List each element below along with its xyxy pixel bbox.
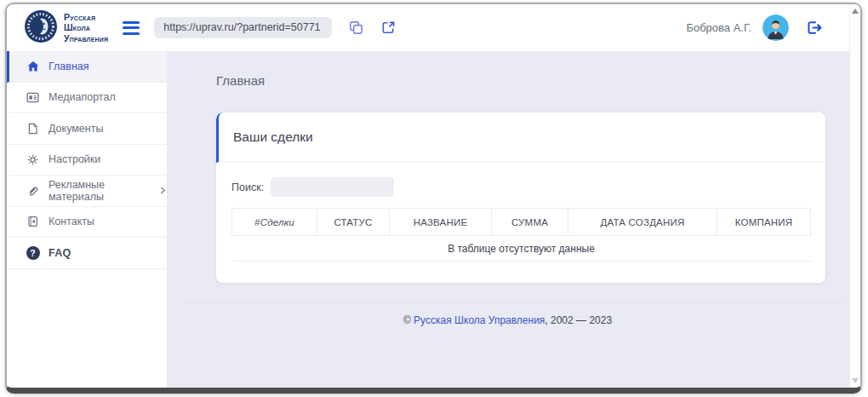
sidebar-item-label: Настройки: [49, 153, 100, 165]
vertical-scrollbar[interactable]: [849, 4, 860, 388]
top-header: Русская Школа Управления https://uprav.r…: [7, 4, 860, 51]
sidebar: Главная Медиапортал: [7, 51, 167, 388]
home-icon: [26, 59, 40, 73]
column-header-company: КОМПАНИЯ: [717, 209, 811, 236]
sidebar-item-label: Медиапортал: [49, 91, 116, 103]
sidebar-item-home[interactable]: Главная: [7, 51, 167, 83]
logo[interactable]: Русская Школа Управления: [24, 9, 108, 47]
scroll-up-icon[interactable]: [852, 9, 859, 14]
table-empty-message: В таблице отсутствуют данные: [232, 236, 811, 262]
copy-icon[interactable]: [348, 20, 364, 36]
user-name: Боброва А.Г.: [686, 21, 751, 34]
media-card-icon: [26, 90, 40, 105]
question-circle-icon: ?: [26, 245, 40, 260]
column-header-deal-id: #Сделки: [232, 209, 317, 236]
page-footer: © Русская Школа Управления, 2002 — 2023: [167, 314, 848, 326]
search-input[interactable]: [271, 177, 394, 197]
deals-card: Ваши сделки Поиск: #Сделки СТАТУС: [216, 112, 825, 283]
document-icon: [26, 121, 40, 135]
copyright-prefix: ©: [403, 314, 414, 326]
column-header-name: НАЗВАНИЕ: [390, 209, 492, 236]
footer-link[interactable]: Русская Школа Управления: [414, 314, 545, 326]
scroll-down-icon[interactable]: [852, 378, 859, 383]
sidebar-item-faq[interactable]: ? FAQ: [7, 238, 167, 269]
sidebar-item-settings[interactable]: Настройки: [7, 145, 167, 176]
user-avatar[interactable]: [762, 14, 789, 41]
gear-icon: [26, 152, 40, 167]
deals-card-title: Ваши сделки: [233, 129, 313, 144]
footer-divider: [182, 302, 845, 303]
sidebar-item-label: Главная: [49, 60, 89, 72]
app-window: Русская Школа Управления https://uprav.r…: [5, 3, 862, 394]
sidebar-item-label: Документы: [49, 123, 103, 135]
screenshot-stage: Русская Школа Управления https://uprav.r…: [0, 0, 868, 397]
logo-emblem-icon: [24, 9, 58, 47]
chevron-right-icon: [159, 187, 167, 194]
main-content: Главная Ваши сделки Поиск:: [167, 51, 860, 388]
sidebar-item-label: FAQ: [49, 247, 71, 259]
contact-book-icon: [26, 215, 40, 229]
paperclip-icon: [26, 183, 40, 198]
sidebar-item-mediaportal[interactable]: Медиапортал: [7, 83, 167, 114]
external-link-icon[interactable]: [380, 20, 397, 36]
sidebar-item-label: Контакты: [49, 216, 94, 227]
sidebar-item-documents[interactable]: Документы: [7, 113, 167, 145]
column-header-sum: СУММА: [492, 209, 568, 236]
sidebar-item-label: Рекламные материалы: [49, 179, 147, 203]
logo-text: Русская Школа Управления: [64, 12, 108, 43]
logout-icon[interactable]: [805, 19, 823, 37]
page-title: Главная: [216, 73, 848, 88]
column-header-created-date: ДАТА СОЗДАНИЯ: [568, 209, 717, 236]
url-bar[interactable]: https://uprav.ru/?partnerid=50771: [154, 17, 332, 38]
menu-icon[interactable]: [123, 21, 140, 35]
table-empty-row: В таблице отсутствуют данные: [232, 236, 811, 262]
search-label: Поиск:: [231, 181, 264, 193]
sidebar-item-contacts[interactable]: Контакты: [7, 207, 167, 239]
column-header-status: СТАТУС: [317, 209, 390, 236]
deals-table-header-row: #Сделки СТАТУС НАЗВАНИЕ СУММА ДАТА СОЗДА…: [232, 209, 811, 236]
deals-table: #Сделки СТАТУС НАЗВАНИЕ СУММА ДАТА СОЗДА…: [231, 208, 811, 262]
sidebar-item-promo-materials[interactable]: Рекламные материалы: [7, 175, 167, 207]
copyright-suffix: , 2002 — 2023: [545, 314, 612, 326]
deals-card-header: Ваши сделки: [216, 112, 825, 163]
